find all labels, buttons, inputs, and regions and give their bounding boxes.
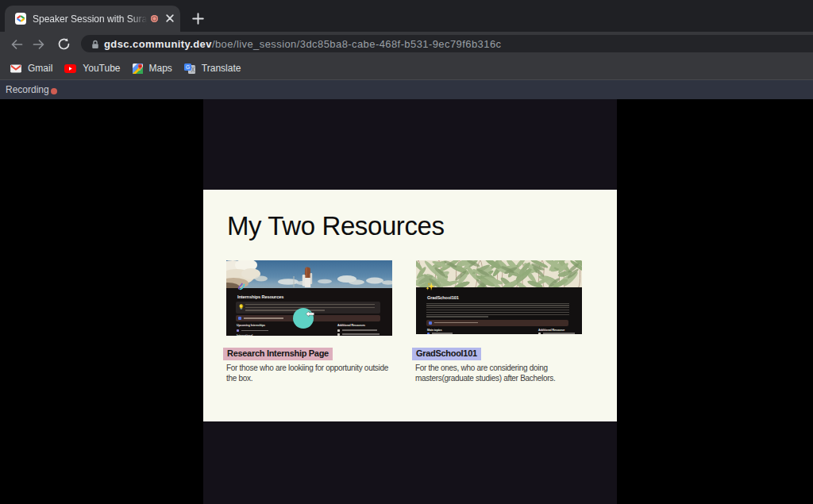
svg-text:G: G bbox=[186, 63, 190, 69]
